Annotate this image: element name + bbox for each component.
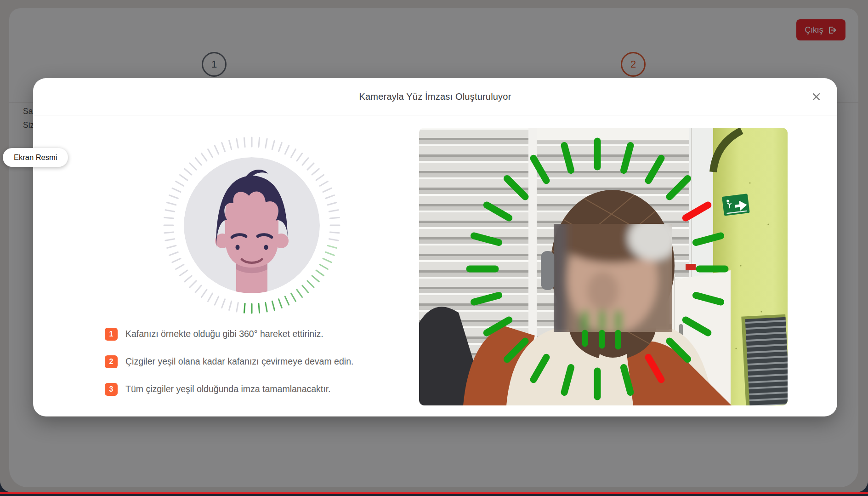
blurred-face — [549, 206, 679, 336]
camera-preview — [419, 128, 788, 405]
instruction-text-3: Tüm çizgiler yeşil olduğunda imza tamaml… — [125, 384, 331, 394]
face-signature-modal: Kamerayla Yüz İmzası Oluşturuluyor — [33, 78, 837, 416]
screenshot-tooltip: Ekran Resmi — [3, 148, 68, 167]
screenshot-tooltip-label: Ekran Resmi — [14, 153, 57, 162]
camera-feed — [419, 128, 788, 405]
close-button[interactable] — [809, 89, 823, 104]
modal-title: Kamerayla Yüz İmzası Oluşturuluyor — [359, 91, 511, 102]
exit-sign — [722, 194, 750, 216]
avatar-example — [155, 129, 348, 322]
instruction-item: 3 Tüm çizgiler yeşil olduğunda imza tama… — [105, 382, 408, 396]
instruction-badge-3: 3 — [105, 383, 118, 396]
headphone-earcup — [541, 251, 555, 290]
avatar-illustration-icon — [155, 129, 348, 322]
instruction-item: 1 Kafanızı örnekte olduğu gibi 360° hare… — [105, 327, 408, 341]
modal-header: Kamerayla Yüz İmzası Oluşturuluyor — [33, 78, 837, 115]
instruction-text-1: Kafanızı örnekte olduğu gibi 360° hareke… — [125, 329, 323, 339]
instruction-text-2: Çizgiler yeşil olana kadar kafanızı çevi… — [125, 356, 353, 367]
instruction-item: 2 Çizgiler yeşil olana kadar kafanızı çe… — [105, 355, 408, 368]
screen: Çıkış 1 2 Sa Siz Ekran Resmi Kamerayla Y — [0, 0, 868, 496]
instruction-badge-2: 2 — [105, 355, 118, 368]
shutter-grille — [741, 314, 788, 405]
avatar-face — [184, 157, 320, 322]
window-bottom-accent — [0, 492, 868, 494]
instruction-badge-1: 1 — [105, 328, 118, 341]
close-icon — [812, 93, 820, 101]
instruction-list: 1 Kafanızı örnekte olduğu gibi 360° hare… — [105, 327, 408, 410]
